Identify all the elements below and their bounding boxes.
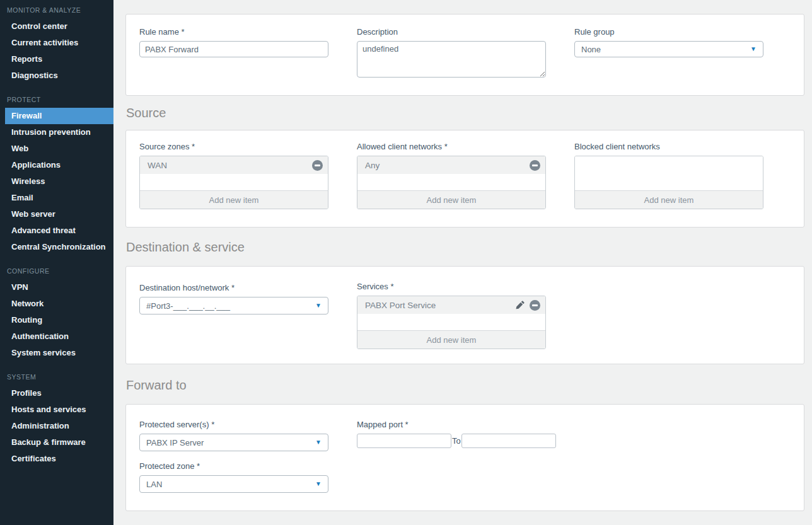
rule-group-value: None: [581, 45, 601, 54]
sidebar-item-routing[interactable]: Routing: [0, 312, 113, 328]
blocked-networks-listbox: Add new item: [574, 156, 763, 209]
nav-section-label: CONFIGURE: [0, 263, 113, 279]
sidebar-item-web[interactable]: Web: [0, 141, 113, 157]
sidebar-item-applications[interactable]: Applications: [0, 157, 113, 173]
source-zones-label: Source zones *: [139, 142, 328, 151]
protected-servers-label: Protected server(s) *: [139, 420, 328, 429]
sidebar-item-administration[interactable]: Administration: [0, 418, 113, 434]
source-zones-add-button[interactable]: Add new item: [140, 190, 328, 209]
description-label: Description: [357, 27, 546, 37]
sidebar-item-authentication[interactable]: Authentication: [0, 328, 113, 345]
sidebar-item-current-activities[interactable]: Current activities: [0, 35, 113, 51]
card-destination: Destination host/network * #Port3-___.__…: [125, 266, 804, 364]
destination-host-label: Destination host/network *: [139, 283, 328, 292]
destination-section-heading: Destination & service: [126, 240, 804, 255]
services-label: Services *: [357, 282, 546, 291]
listbox-empty-area: [575, 156, 763, 190]
sidebar-item-profiles[interactable]: Profiles: [0, 385, 113, 401]
nav-section-monitor-analyze: MONITOR & ANALYZE Control center Current…: [0, 2, 113, 84]
list-item: WAN: [140, 156, 328, 174]
blocked-networks-label: Blocked client networks: [574, 142, 763, 151]
card-source: Source zones * WAN Add new item Allowed …: [125, 130, 804, 228]
rule-group-label: Rule group: [574, 27, 763, 37]
listbox-empty-area: [140, 174, 328, 190]
sidebar-item-hosts-and-services[interactable]: Hosts and services: [0, 401, 113, 418]
nav-section-system: SYSTEM Profiles Hosts and services Admin…: [0, 369, 113, 467]
mapped-port-from-input[interactable]: [357, 434, 451, 448]
sidebar-item-advanced-threat[interactable]: Advanced threat: [0, 222, 113, 239]
sidebar-item-backup-firmware[interactable]: Backup & firmware: [0, 434, 113, 451]
caret-down-icon: ▼: [750, 46, 757, 52]
description-textarea[interactable]: undefined: [357, 41, 546, 78]
pencil-icon[interactable]: [515, 300, 525, 310]
minus-circle-icon[interactable]: [312, 160, 323, 171]
destination-host-select[interactable]: #Port3-___.___.__.___ ▼: [139, 297, 328, 314]
services-add-button[interactable]: Add new item: [357, 330, 545, 349]
nav-section-label: MONITOR & ANALYZE: [0, 2, 113, 18]
protected-servers-select[interactable]: PABX IP Server ▼: [139, 434, 328, 451]
sidebar-item-control-center[interactable]: Control center: [0, 18, 113, 35]
services-listbox: PABX Port Service Add new item: [357, 296, 546, 349]
sidebar-item-system-services[interactable]: System services: [0, 345, 113, 361]
mapped-port-to-label: To: [452, 436, 461, 446]
listbox-empty-area: [357, 314, 545, 330]
source-zones-listbox: WAN Add new item: [139, 156, 328, 209]
sidebar-item-intrusion-prevention[interactable]: Intrusion prevention: [0, 124, 113, 141]
minus-circle-icon[interactable]: [530, 160, 540, 171]
card-forward-to: Protected server(s) * PABX IP Server ▼ P…: [125, 404, 804, 511]
nav-section-configure: CONFIGURE VPN Network Routing Authentica…: [0, 263, 113, 361]
sidebar-item-certificates[interactable]: Certificates: [0, 451, 113, 467]
caret-down-icon: ▼: [315, 303, 322, 309]
rule-group-select[interactable]: None ▼: [574, 41, 763, 57]
source-zone-value: WAN: [148, 161, 167, 170]
nav-section-label: PROTECT: [0, 91, 113, 108]
sidebar-item-network[interactable]: Network: [0, 296, 113, 312]
sidebar-item-vpn[interactable]: VPN: [0, 279, 113, 296]
caret-down-icon: ▼: [315, 439, 322, 446]
forward-section-heading: Forward to: [126, 378, 804, 393]
sidebar-item-reports[interactable]: Reports: [0, 51, 113, 67]
allowed-network-value: Any: [365, 161, 380, 170]
sidebar-item-firewall[interactable]: Firewall: [5, 108, 113, 124]
list-item: PABX Port Service: [357, 296, 545, 314]
caret-down-icon: ▼: [315, 481, 322, 487]
sidebar-item-diagnostics[interactable]: Diagnostics: [0, 67, 113, 84]
card-general: Rule name * Description undefined Rule g…: [125, 14, 804, 96]
protected-servers-value: PABX IP Server: [146, 438, 204, 447]
destination-host-value: #Port3-___.___.__.___: [146, 301, 230, 311]
mapped-port-to-input[interactable]: [461, 434, 556, 448]
protected-zone-label: Protected zone *: [139, 461, 328, 471]
sidebar-item-web-server[interactable]: Web server: [0, 206, 113, 222]
protected-zone-select[interactable]: LAN ▼: [139, 475, 328, 493]
source-section-heading: Source: [126, 106, 804, 120]
sidebar-nav: MONITOR & ANALYZE Control center Current…: [0, 0, 113, 525]
nav-section-protect: PROTECT Firewall Intrusion prevention We…: [0, 91, 113, 255]
minus-circle-icon[interactable]: [530, 300, 540, 311]
firewall-rule-form: Rule name * Description undefined Rule g…: [113, 0, 812, 511]
mapped-port-label: Mapped port *: [357, 420, 565, 429]
allowed-networks-listbox: Any Add new item: [357, 156, 546, 209]
allowed-networks-label: Allowed client networks *: [357, 142, 546, 151]
protected-zone-value: LAN: [146, 480, 162, 489]
listbox-empty-area: [357, 174, 545, 190]
nav-section-label: SYSTEM: [0, 369, 113, 385]
blocked-networks-add-button[interactable]: Add new item: [575, 190, 763, 209]
rule-name-input[interactable]: [139, 41, 328, 57]
sidebar-item-central-synchronization[interactable]: Central Synchronization: [0, 239, 113, 255]
allowed-networks-add-button[interactable]: Add new item: [357, 190, 545, 209]
rule-name-label: Rule name *: [139, 27, 328, 37]
service-value: PABX Port Service: [365, 301, 436, 310]
sidebar-item-email[interactable]: Email: [0, 190, 113, 206]
list-item: Any: [357, 156, 545, 174]
sidebar-item-wireless[interactable]: Wireless: [0, 173, 113, 190]
